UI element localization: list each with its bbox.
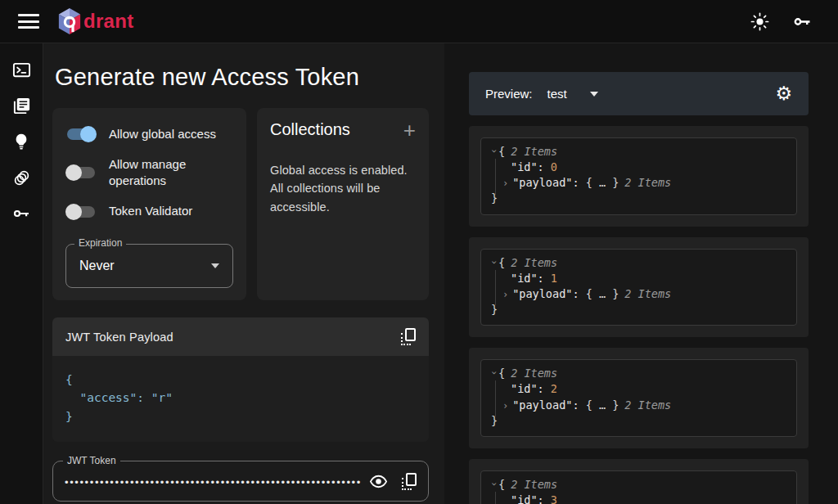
json-line-close: }	[491, 302, 786, 317]
collections-panel: Collections + Global access is enabled. …	[257, 108, 429, 300]
toggle-label: Allow manage operations	[109, 156, 215, 190]
api-key-icon[interactable]	[792, 11, 812, 31]
expiration-value: Never	[79, 259, 115, 273]
json-viewer: ›{2 Items "id": 1 ›"payload": { … }2 Ite…	[480, 249, 797, 326]
token-options-panel: Allow global access Allow manage operati…	[52, 108, 246, 300]
collapse-chevron-icon[interactable]: ›	[487, 370, 501, 379]
jwt-payload-code: { "access": "r" }	[52, 356, 429, 442]
token-form-panel: Generate new Access Token Allow global a…	[43, 43, 444, 504]
chevron-down-icon	[590, 92, 598, 97]
preview-header: Preview: test ⚙	[469, 72, 809, 115]
result-card: ›{2 Items "id": 2 ›"payload": { … }2 Ite…	[469, 348, 809, 448]
preview-label: Preview:	[485, 87, 533, 101]
sidebar-item-datasets[interactable]	[11, 168, 31, 187]
code-line: "access": "r"	[65, 389, 416, 407]
id-value: 3	[551, 493, 557, 504]
sidebar-item-console[interactable]	[11, 60, 31, 79]
toggle-row-token-validator: Token Validator	[65, 196, 233, 227]
json-line-open: ›{2 Items	[491, 477, 786, 493]
json-line-payload: ›"payload": { … }2 Items	[491, 175, 786, 191]
sidebar-item-access-tokens-key[interactable]	[11, 204, 31, 223]
json-line-open: ›{2 Items	[491, 366, 786, 381]
preview-results: ›{2 Items "id": 0 ›"payload": { … }2 Ite…	[469, 126, 809, 504]
code-line: }	[65, 407, 416, 425]
json-line-id: "id": 1	[491, 271, 786, 286]
menu-icon[interactable]	[18, 14, 39, 29]
allow-manage-operations-switch[interactable]	[65, 164, 97, 182]
jwt-token-masked-value: ••••••••••••••••••••••••••••••••••••••••…	[65, 477, 361, 488]
collections-message: Global access is enabled. All collection…	[270, 161, 416, 216]
expand-chevron-icon[interactable]: ›	[502, 399, 508, 413]
allow-global-access-switch[interactable]	[65, 125, 97, 143]
show-token-eye-icon[interactable]	[369, 472, 388, 491]
toggle-row-global-access: Allow global access	[65, 119, 233, 150]
preview-settings-gear-icon[interactable]: ⚙	[775, 84, 792, 103]
id-value: 2	[551, 382, 557, 395]
json-line-open: ›{2 Items	[491, 144, 786, 160]
preview-selected-value: test	[547, 87, 567, 101]
json-line-close: }	[491, 413, 786, 429]
top-bar: drant	[0, 0, 838, 43]
page-title: Generate new Access Token	[55, 64, 429, 91]
json-line-payload: ›"payload": { … }2 Items	[491, 286, 786, 302]
sidebar-item-tutorial-lightbulb[interactable]	[11, 132, 31, 151]
expiration-select[interactable]: Expiration Never	[65, 244, 233, 288]
toggle-label: Token Validator	[109, 203, 192, 219]
token-validator-switch[interactable]	[65, 203, 97, 221]
qdrant-logo[interactable]: drant	[57, 7, 134, 35]
jwt-token-label: JWT Token	[63, 455, 120, 466]
collapse-chevron-icon[interactable]: ›	[487, 148, 501, 157]
toggle-label: Allow global access	[109, 126, 216, 142]
sidebar	[0, 43, 43, 504]
expand-chevron-icon[interactable]: ›	[502, 177, 508, 191]
collections-title: Collections	[270, 120, 350, 139]
json-line-id: "id": 3	[491, 493, 786, 504]
id-value: 1	[551, 272, 557, 285]
sidebar-item-collections[interactable]	[11, 96, 31, 115]
json-viewer: ›{2 Items "id": 3 ›"payload": { … }2 Ite…	[480, 470, 797, 504]
jwt-payload-title: JWT Token Payload	[65, 331, 173, 344]
expiration-label: Expiration	[74, 237, 126, 249]
expand-chevron-icon[interactable]: ›	[502, 288, 508, 302]
preview-collection-select[interactable]: test	[547, 87, 598, 101]
collapse-chevron-icon[interactable]: ›	[487, 481, 501, 490]
copy-payload-icon[interactable]	[400, 328, 416, 345]
copy-token-icon[interactable]	[401, 473, 417, 490]
theme-toggle-sun-icon[interactable]	[750, 11, 769, 31]
json-line-id: "id": 0	[491, 160, 786, 175]
result-card: ›{2 Items "id": 3 ›"payload": { … }2 Ite…	[469, 459, 809, 504]
jwt-payload-panel: JWT Token Payload { "access": "r" }	[52, 317, 429, 442]
json-line-open: ›{2 Items	[491, 255, 786, 271]
code-line: {	[65, 371, 416, 389]
json-line-payload: ›"payload": { … }2 Items	[491, 398, 786, 413]
json-viewer: ›{2 Items "id": 0 ›"payload": { … }2 Ite…	[480, 137, 797, 215]
result-card: ›{2 Items "id": 0 ›"payload": { … }2 Ite…	[469, 126, 809, 227]
brand-text: drant	[83, 10, 134, 33]
add-collection-icon[interactable]: +	[403, 122, 416, 138]
collapse-chevron-icon[interactable]: ›	[487, 259, 501, 268]
jwt-token-field[interactable]: JWT Token ••••••••••••••••••••••••••••••…	[52, 461, 429, 502]
preview-panel: Preview: test ⚙ ›{2 Items "id": 0 ›"payl…	[444, 43, 838, 504]
toggle-row-manage-operations: Allow manage operations	[65, 150, 233, 196]
qdrant-logo-icon	[57, 7, 82, 35]
json-line-close: }	[491, 191, 786, 206]
id-value: 0	[551, 160, 557, 173]
json-viewer: ›{2 Items "id": 2 ›"payload": { … }2 Ite…	[480, 359, 797, 437]
chevron-down-icon	[211, 263, 219, 268]
result-card: ›{2 Items "id": 1 ›"payload": { … }2 Ite…	[469, 237, 809, 338]
json-line-id: "id": 2	[491, 381, 786, 397]
